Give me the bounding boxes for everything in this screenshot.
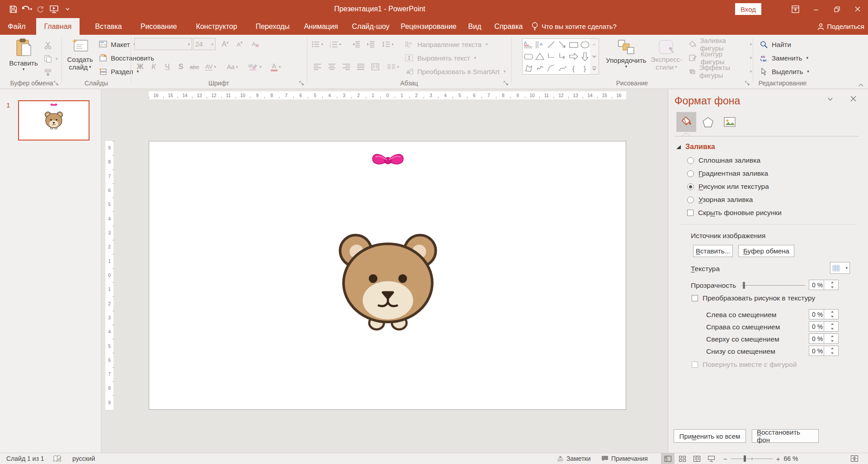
clear-formatting-button[interactable]: A: [250, 38, 262, 50]
shape-curve-icon[interactable]: [557, 62, 568, 74]
normal-view-icon[interactable]: [661, 453, 675, 464]
slide-sorter-view-icon[interactable]: [675, 453, 689, 464]
gallery-more-icon[interactable]: [590, 62, 599, 74]
radio-picture-fill[interactable]: Рисунок или текстура: [687, 183, 769, 191]
select-button[interactable]: Выделить▾: [758, 66, 809, 77]
tab-home[interactable]: Главная: [36, 18, 80, 35]
paragraph-dialog-launcher-icon[interactable]: [503, 80, 509, 87]
shape-elbow-arrow-connector-icon[interactable]: [557, 51, 568, 62]
offset-left-input[interactable]: 0 %: [809, 309, 839, 319]
line-spacing-button[interactable]: ▾: [382, 38, 394, 50]
reset-background-button[interactable]: Восстановить фон: [752, 429, 819, 443]
zoom-percentage[interactable]: 66 %: [784, 455, 798, 462]
tab-insert[interactable]: Вставка: [88, 18, 129, 35]
zoom-out-icon[interactable]: −: [723, 455, 727, 463]
fill-tab[interactable]: [676, 112, 696, 132]
shape-oval-icon[interactable]: [579, 39, 590, 51]
radio-solid-fill[interactable]: Сплошная заливка: [687, 156, 760, 164]
increase-font-size-button[interactable]: A▴: [219, 38, 231, 50]
sign-in-button[interactable]: Вход: [735, 3, 761, 15]
format-painter-button[interactable]: [42, 66, 53, 78]
notes-button[interactable]: Заметки: [557, 453, 591, 464]
tab-slideshow[interactable]: Слайд-шоу: [348, 18, 393, 35]
tab-view[interactable]: Вид: [463, 18, 486, 35]
shape-line-icon[interactable]: [545, 39, 557, 51]
radio-gradient-fill[interactable]: Градиентная заливка: [687, 169, 768, 178]
change-case-button[interactable]: Aa▾: [226, 61, 238, 73]
share-button[interactable]: Поделиться: [817, 18, 864, 35]
bow-image[interactable]: [371, 152, 405, 170]
restore-icon[interactable]: [826, 0, 847, 18]
font-color-button[interactable]: А ▾: [270, 61, 282, 73]
tab-design[interactable]: Конструктор: [189, 18, 244, 35]
drawing-dialog-launcher-icon[interactable]: [744, 80, 751, 87]
clipboard-dialog-launcher-icon[interactable]: [53, 80, 60, 87]
texture-dropdown[interactable]: ▾: [830, 262, 850, 274]
arrange-button[interactable]: Упорядочить ▾: [604, 37, 648, 69]
italic-button[interactable]: К: [148, 61, 160, 73]
decrease-indent-button[interactable]: [350, 38, 362, 50]
bold-button[interactable]: Ж: [134, 61, 146, 73]
shape-right-brace-icon[interactable]: }: [579, 62, 590, 74]
effects-tab[interactable]: [698, 112, 718, 132]
highlight-color-button[interactable]: ab ▾: [248, 61, 262, 73]
zoom-slider[interactable]: [731, 459, 773, 459]
shape-freeform-icon[interactable]: [523, 62, 534, 74]
shape-arc-icon[interactable]: [545, 62, 557, 74]
fill-section-header[interactable]: Заливка: [676, 143, 715, 151]
tab-file[interactable]: Файл: [3, 18, 31, 35]
zoom-slider-thumb[interactable]: [744, 455, 746, 462]
shape-text-box-icon[interactable]: A: [523, 39, 534, 51]
checkbox-tile-as-texture[interactable]: Преобразовать рисунок в текстуру: [692, 294, 815, 302]
character-spacing-button[interactable]: AV▾: [205, 61, 217, 73]
underline-button[interactable]: Ч: [161, 61, 173, 73]
spellcheck-icon[interactable]: [53, 453, 61, 464]
replace-button[interactable]: abac Заменить▾: [758, 52, 808, 64]
shape-scribble-icon[interactable]: [534, 62, 545, 74]
shape-elbow-connector-icon[interactable]: [545, 51, 557, 62]
convert-smartart-button[interactable]: Преобразовать в SmartArt▾: [404, 66, 505, 77]
shape-effects-button[interactable]: Эффекты фигуры▾: [688, 66, 752, 77]
checkbox-rotate-with-shape[interactable]: Повернуть вместе с фигурой: [692, 361, 797, 369]
bullets-button[interactable]: ▾: [311, 38, 323, 50]
offset-left-spinner[interactable]: [824, 309, 839, 319]
transparency-slider-track[interactable]: [742, 285, 805, 286]
text-direction-button[interactable]: A Направление текста▾: [404, 38, 488, 50]
align-right-button[interactable]: [340, 61, 352, 73]
clipboard-source-button[interactable]: Буфер обмена: [738, 245, 794, 257]
pane-options-chevron-icon[interactable]: [828, 98, 833, 101]
tab-transitions[interactable]: Переходы: [251, 18, 294, 35]
increase-indent-button[interactable]: [365, 38, 377, 50]
gallery-scroll-up-icon[interactable]: [590, 39, 599, 51]
slide-thumbnail[interactable]: [18, 100, 90, 141]
tab-review[interactable]: Рецензирование: [399, 18, 458, 35]
bear-image[interactable]: [331, 227, 444, 332]
font-name-combo[interactable]: ▾: [134, 38, 192, 50]
shape-outline-button[interactable]: Контур фигуры▾: [688, 52, 752, 64]
zoom-in-icon[interactable]: +: [776, 455, 780, 463]
pane-close-icon[interactable]: [850, 96, 856, 102]
close-icon[interactable]: [847, 0, 868, 18]
shape-fill-button[interactable]: Заливка фигуры▾: [688, 38, 752, 50]
quick-styles-button[interactable]: Экспресс- стили▾: [649, 37, 684, 71]
fit-to-window-icon[interactable]: [851, 453, 858, 464]
ribbon-display-options-icon[interactable]: [785, 0, 806, 18]
font-size-combo[interactable]: 24▾: [193, 38, 216, 50]
gallery-scroll-down-icon[interactable]: [590, 51, 599, 62]
language-status[interactable]: русский: [72, 453, 95, 464]
slide-canvas[interactable]: [149, 141, 626, 410]
align-left-button[interactable]: [311, 61, 323, 73]
justify-button[interactable]: [355, 61, 367, 73]
add-remove-columns-button[interactable]: ▾: [387, 61, 399, 73]
checkbox-hide-background[interactable]: Скрыть фоновые рисунки: [687, 209, 782, 217]
offset-top-input[interactable]: 0 %: [809, 333, 839, 344]
shape-arrow-icon[interactable]: [557, 39, 568, 51]
offset-bottom-spinner[interactable]: [824, 346, 839, 356]
layout-button[interactable]: Макет▾: [98, 38, 136, 50]
tab-help[interactable]: Справка: [491, 18, 526, 35]
picture-tab[interactable]: [720, 112, 740, 132]
new-slide-button[interactable]: Создать слайд▾: [64, 37, 96, 71]
slide-counter[interactable]: Слайд 1 из 1: [6, 453, 44, 464]
collapse-ribbon-icon[interactable]: [859, 84, 863, 87]
text-shadow-button[interactable]: S: [175, 61, 187, 73]
